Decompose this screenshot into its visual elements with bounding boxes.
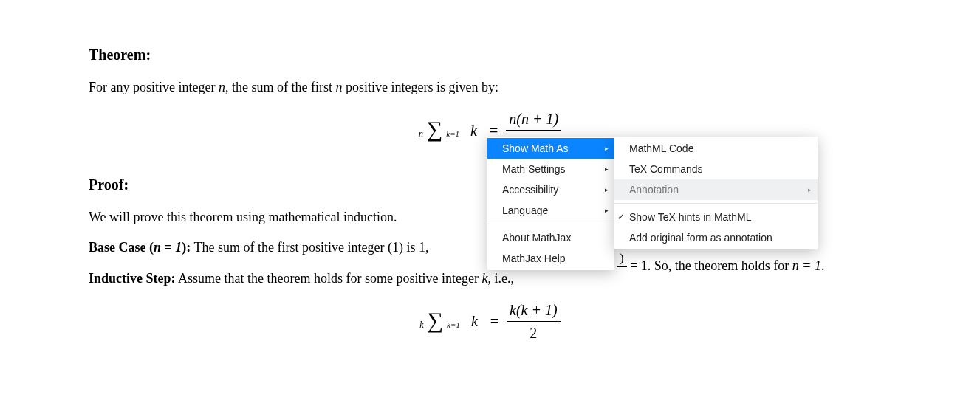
menu-label: Language (502, 204, 548, 216)
menu-label: Math Settings (502, 163, 566, 175)
menu-label: Annotation (629, 184, 679, 196)
theorem-heading: Theorem: (89, 44, 891, 65)
base-label: Base Case ( (89, 240, 154, 255)
menu-separator (487, 224, 614, 224)
menu-math-settings[interactable]: Math Settings ▸ (487, 159, 614, 179)
submenu-show-tex-hints[interactable]: ✓ Show TeX hints in MathML (614, 207, 818, 227)
numerator: k(k + 1) (507, 300, 561, 322)
chevron-right-icon: ▸ (605, 165, 609, 173)
base-case-tail: ) = 1. So, the theorem holds for n = 1. (617, 251, 824, 283)
fraction: k(k + 1) 2 (507, 300, 561, 343)
sum-lower: k=1 (446, 129, 459, 138)
submenu-mathml-code[interactable]: MathML Code (614, 138, 818, 159)
menu-accessibility[interactable]: Accessibility ▸ (487, 179, 614, 200)
menu-label: MathML Code (629, 142, 693, 154)
submenu-tex-commands[interactable]: TeX Commands (614, 159, 818, 179)
base-eq: n = 1 (154, 240, 182, 255)
math-var-n: n (219, 80, 225, 94)
checkmark-icon: ✓ (617, 212, 625, 222)
submenu-add-original-annotation[interactable]: Add original form as annotation (614, 227, 818, 248)
text: positive integers is given by: (342, 80, 498, 94)
summation: n ∑ k=1 (419, 119, 459, 142)
mathjax-submenu-show-as[interactable]: MathML Code TeX Commands Annotation ▸ ✓ … (614, 137, 818, 249)
sum-upper: k (419, 320, 423, 330)
chevron-right-icon: ▸ (605, 207, 609, 214)
sum-lower: k=1 (447, 320, 460, 329)
text: For any positive integer (89, 80, 219, 94)
menu-mathjax-help[interactable]: MathJax Help (487, 248, 614, 269)
summation: k ∑ k=1 (419, 310, 460, 333)
menu-language[interactable]: Language ▸ (487, 200, 614, 221)
mathjax-context-menu[interactable]: Show Math As ▸ Math Settings ▸ Accessibi… (487, 137, 614, 270)
sigma-icon: ∑ (427, 117, 442, 141)
menu-label: TeX Commands (629, 163, 703, 175)
menu-label: Accessibility (502, 184, 558, 196)
inductive-label: Inductive Step: (89, 271, 176, 286)
tail-eq: = 1. So, the theorem holds for (627, 258, 792, 273)
numerator-frag: ) (617, 251, 627, 267)
text: Assume that the theorem holds for some p… (176, 271, 482, 286)
denominator: 2 (507, 322, 561, 343)
text: , the sum of the first (225, 80, 335, 94)
chevron-right-icon: ▸ (605, 186, 609, 193)
fraction-tail: ) (617, 251, 627, 283)
submenu-annotation[interactable]: Annotation ▸ (614, 179, 818, 200)
equals: = (486, 311, 503, 331)
formula-2[interactable]: k ∑ k=1 k = k(k + 1) 2 (89, 300, 891, 343)
base-text: The sum of the first positive integer (1… (191, 240, 428, 255)
chevron-right-icon: ▸ (808, 186, 812, 193)
menu-label: MathJax Help (502, 252, 566, 264)
tail-dot: . (821, 258, 825, 273)
chevron-right-icon: ▸ (605, 145, 609, 152)
theorem-statement: For any positive integer n, the sum of t… (89, 78, 891, 97)
base-label-close: ): (182, 240, 191, 255)
sum-upper: n (419, 128, 423, 139)
menu-about-mathjax[interactable]: About MathJax (487, 227, 614, 248)
sum-var: k (467, 311, 482, 331)
text: , i.e., (487, 271, 514, 286)
numerator: n(n + 1) (506, 108, 561, 131)
menu-label: Add original form as annotation (629, 232, 772, 244)
sum-var: k (466, 120, 482, 141)
sigma-icon: ∑ (428, 308, 443, 332)
menu-label: Show TeX hints in MathML (629, 211, 752, 223)
tail-var: n = 1 (792, 258, 821, 273)
menu-separator (614, 203, 818, 204)
menu-show-math-as[interactable]: Show Math As ▸ (487, 138, 614, 159)
menu-label: Show Math As (502, 142, 569, 154)
menu-label: About MathJax (502, 232, 571, 244)
